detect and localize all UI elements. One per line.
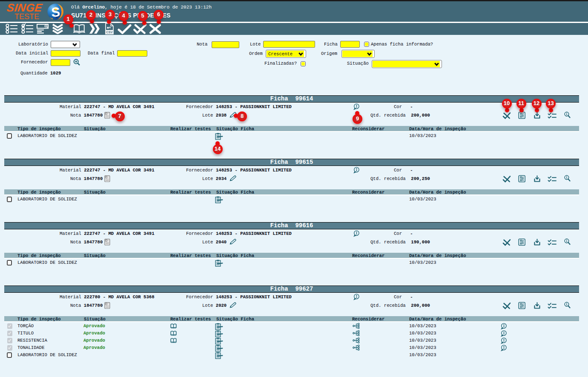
svg-text:CSV: CSV bbox=[106, 30, 112, 34]
svg-text:S: S bbox=[51, 4, 60, 20]
